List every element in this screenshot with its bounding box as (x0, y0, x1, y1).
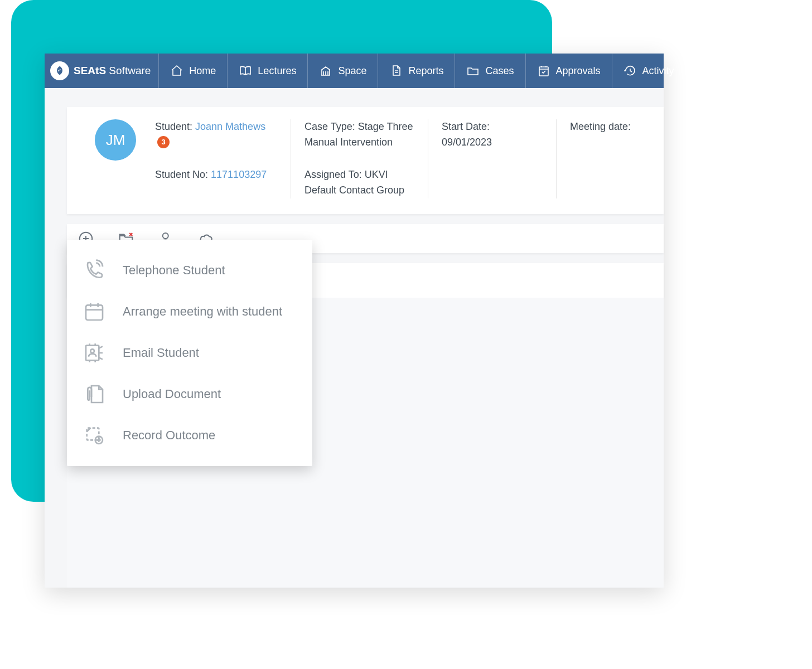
svg-point-2 (163, 233, 168, 239)
notification-badge: 3 (157, 136, 170, 148)
calendar-check-icon (537, 64, 550, 77)
history-icon (624, 64, 637, 77)
action-dropdown-menu: Telephone Student Arrange meeting with s… (67, 240, 312, 466)
dates-column: Start Date: 09/01/2023 (428, 119, 557, 198)
pin-add-icon (83, 424, 106, 447)
menu-outcome-label: Record Outcome (123, 428, 215, 443)
student-column: Student: Joann Mathews 3 Student No: 117… (152, 119, 291, 198)
meeting-column: Meeting date: (557, 119, 650, 198)
menu-upload-document[interactable]: Upload Document (67, 374, 312, 415)
nav-space[interactable]: Space (307, 54, 378, 88)
start-date-label: Start Date: (442, 119, 543, 135)
building-icon (319, 64, 332, 77)
meeting-date-label: Meeting date: (570, 119, 637, 135)
nav-cases[interactable]: Cases (455, 54, 525, 88)
start-date-value: 09/01/2023 (442, 135, 543, 151)
nav-home[interactable]: Home (158, 54, 227, 88)
case-type-row: Case Type: Stage Three Manual Interventi… (304, 119, 414, 151)
nav-reports[interactable]: Reports (378, 54, 455, 88)
home-icon (170, 64, 183, 77)
svg-rect-4 (86, 305, 103, 320)
student-avatar: JM (95, 119, 136, 161)
top-nav: SEAtS Software Home Lectures Space Repor… (45, 54, 664, 88)
assigned-label: Assigned To: (304, 169, 365, 180)
nav-activity[interactable]: Activity (612, 54, 685, 88)
document-icon (389, 64, 403, 77)
menu-telephone-label: Telephone Student (123, 263, 225, 278)
student-name-row: Student: Joann Mathews 3 (155, 119, 277, 151)
student-name-link[interactable]: Joann Mathews (195, 121, 265, 132)
menu-email-label: Email Student (123, 346, 199, 360)
menu-email-student[interactable]: Email Student (67, 332, 312, 374)
nav-approvals-label: Approvals (556, 65, 601, 77)
assigned-row: Assigned To: UKVI Default Contact Group (304, 167, 414, 198)
svg-point-6 (90, 349, 94, 353)
menu-meeting-label: Arrange meeting with student (123, 304, 282, 319)
student-no-label: Student No: (155, 169, 211, 180)
brand: SEAtS Software (45, 61, 158, 80)
case-type-label: Case Type: (304, 121, 358, 132)
nav-lectures-label: Lectures (258, 65, 296, 77)
nav-cases-label: Cases (485, 65, 514, 77)
student-label: Student: (155, 121, 195, 132)
info-columns: Student: Joann Mathews 3 Student No: 117… (152, 119, 650, 198)
phone-icon (83, 259, 106, 282)
folder-icon (466, 64, 480, 77)
nav-activity-label: Activity (642, 65, 674, 77)
case-type-column: Case Type: Stage Three Manual Interventi… (291, 119, 428, 198)
case-info-card: JM Student: Joann Mathews 3 Student No: … (67, 107, 664, 214)
svg-rect-0 (539, 67, 548, 76)
menu-telephone-student[interactable]: Telephone Student (67, 250, 312, 291)
nav-home-label: Home (189, 65, 216, 77)
nav-lectures[interactable]: Lectures (227, 54, 307, 88)
nav-items: Home Lectures Space Reports Cases Approv… (158, 54, 685, 88)
student-no-link[interactable]: 1171103297 (211, 169, 267, 180)
contact-email-icon (83, 341, 106, 365)
menu-upload-label: Upload Document (123, 387, 221, 401)
attachment-icon (83, 382, 106, 406)
brand-logo-icon (50, 61, 69, 80)
nav-reports-label: Reports (408, 65, 443, 77)
student-no-row: Student No: 1171103297 (155, 167, 277, 183)
menu-record-outcome[interactable]: Record Outcome (67, 415, 312, 456)
book-icon (239, 64, 252, 77)
calendar-icon (83, 300, 106, 323)
nav-space-label: Space (338, 65, 366, 77)
brand-name: SEAtS Software (74, 65, 151, 77)
nav-approvals[interactable]: Approvals (525, 54, 612, 88)
menu-arrange-meeting[interactable]: Arrange meeting with student (67, 291, 312, 332)
